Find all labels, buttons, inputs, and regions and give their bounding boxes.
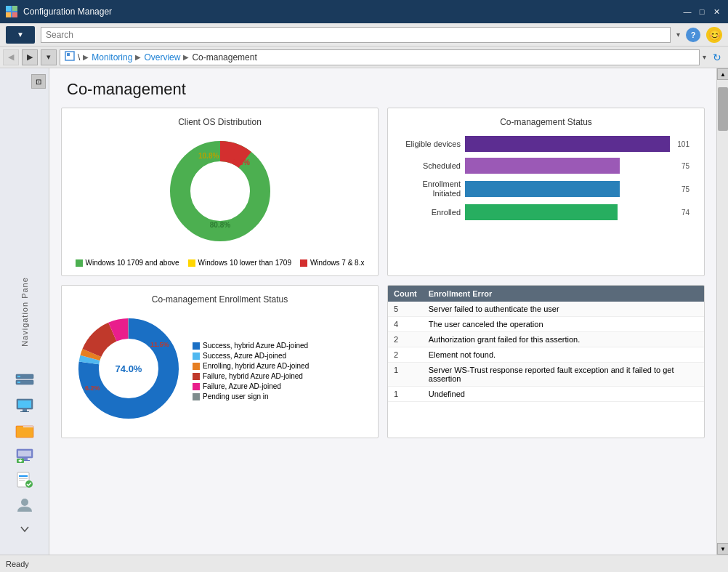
client-os-card: Client OS Distribution: [61, 108, 379, 276]
legend-label-success-azure: Success, Azure AD-joined: [203, 352, 286, 360]
breadcrumb-sep2: ▶: [135, 53, 141, 61]
svg-rect-2: [6, 12, 11, 17]
bar-label-enrolled: Enrolled: [403, 208, 461, 217]
svg-rect-12: [23, 409, 27, 411]
user-face-icon[interactable]: 😊: [706, 27, 722, 43]
col-error: Enrollment Error: [423, 286, 704, 302]
bar-value-scheduled: 75: [682, 162, 689, 170]
svg-rect-25: [19, 480, 25, 481]
legend-color-pink: [193, 383, 200, 390]
os-legend: Windows 10 1709 and above Windows 10 low…: [76, 259, 365, 267]
svg-text:80.8%: 80.8%: [209, 221, 230, 229]
scroll-track[interactable]: [717, 80, 728, 543]
breadcrumb-monitoring[interactable]: Monitoring: [92, 52, 132, 63]
nav-icon-monitor[interactable]: [12, 395, 38, 416]
legend-label-win10-below: Windows 10 lower than 1709: [198, 259, 291, 267]
menu-button[interactable]: ▼: [6, 26, 35, 44]
errors-table-header: Count Enrollment Error: [388, 286, 704, 302]
scroll-thumb[interactable]: [718, 87, 728, 131]
table-row: 2 Element not found.: [388, 347, 704, 363]
scroll-down-button[interactable]: ▼: [717, 543, 728, 555]
bar-row-eligible: Eligible devices 101: [403, 136, 689, 152]
error-description: Undefined: [423, 387, 704, 402]
breadcrumb-overview[interactable]: Overview: [144, 52, 180, 63]
nav-collapse-button[interactable]: ⊡: [31, 74, 46, 89]
svg-rect-1: [12, 6, 17, 11]
bar-fill-scheduled: [465, 158, 620, 174]
close-button[interactable]: ✕: [711, 7, 722, 16]
legend-color-lightblue: [193, 353, 200, 360]
bar-track-enrollment: [465, 181, 674, 197]
error-table-body: 5 Server failed to authenticate the user…: [388, 302, 704, 402]
table-row: 4 The user canceled the operation: [388, 317, 704, 332]
nav-icon-computer[interactable]: [12, 444, 38, 466]
bottom-cards: Co-management Enrollment Status: [49, 285, 716, 447]
scrollbar[interactable]: ▲ ▼: [716, 68, 728, 555]
svg-text:8.3%: 8.3%: [233, 158, 250, 166]
error-count: 2: [388, 332, 423, 347]
nav-dropdown-arrow[interactable]: [12, 518, 38, 540]
legend-color-blue: [193, 342, 200, 350]
breadcrumb-sep1: ▶: [83, 53, 89, 61]
bar-label-scheduled: Scheduled: [403, 161, 461, 170]
legend-label-failure-hybrid: Failure, hybrid Azure AD-joined: [203, 372, 303, 380]
bar-row-enrollment: EnrollmentInitiated 75: [403, 180, 689, 198]
svg-point-27: [21, 499, 28, 506]
refresh-button[interactable]: ↻: [709, 49, 725, 65]
nav-icon-tasks[interactable]: [12, 469, 38, 491]
legend-label-enrolling-hybrid: Enrolling, hybrid Azure AD-joined: [203, 362, 309, 370]
breadcrumb-dropdown[interactable]: ▾: [703, 53, 706, 61]
status-bar: Ready: [0, 555, 728, 572]
bar-row-scheduled: Scheduled 75: [403, 158, 689, 174]
legend-label-pending: Pending user sign in: [203, 392, 269, 400]
bar-label-enrollment: EnrollmentInitiated: [403, 180, 461, 198]
legend-pending: Pending user sign in: [193, 392, 309, 400]
back-button[interactable]: ◀: [3, 49, 19, 65]
error-description: Element not found.: [423, 347, 704, 363]
table-row: 5 Server failed to authenticate the user: [388, 302, 704, 317]
title-bar: Configuration Manager — □ ✕: [0, 0, 728, 23]
breadcrumb-comanagement: Co-management: [192, 52, 256, 63]
col-count: Count: [388, 286, 423, 302]
maximize-button[interactable]: □: [696, 7, 708, 16]
bar-track-eligible: [465, 136, 670, 152]
error-description: Server failed to authenticate the user: [423, 302, 704, 317]
legend-color-orange: [193, 363, 200, 370]
bar-row-enrolled: Enrolled 74: [403, 204, 689, 220]
os-donut-chart: 8.3% 10.8% 80.8%: [155, 133, 286, 251]
bar-fill-enrolled: [465, 204, 618, 220]
enrollment-errors-table: Count Enrollment Error 5 Server failed t…: [388, 286, 704, 402]
svg-rect-0: [6, 6, 11, 11]
forward-button[interactable]: ▶: [22, 49, 38, 65]
svg-rect-3: [12, 12, 17, 17]
svg-rect-24: [19, 478, 28, 479]
svg-rect-14: [16, 427, 33, 438]
nav-dropdown-button[interactable]: ▾: [41, 49, 57, 65]
legend-failure-hybrid: Failure, hybrid Azure AD-joined: [193, 372, 309, 380]
page-title: Co-management: [49, 68, 716, 108]
nav-icon-servers[interactable]: [12, 370, 38, 392]
svg-rect-7: [17, 376, 20, 377]
legend-label-failure-azure: Failure, Azure AD-joined: [203, 382, 281, 390]
svg-text:74.0%: 74.0%: [116, 363, 142, 374]
svg-rect-18: [18, 451, 31, 456]
legend-label-win7: Windows 7 & 8.x: [310, 259, 364, 267]
main-area: ⊡ Navigation Pane: [0, 68, 728, 555]
error-description: The user canceled the operation: [423, 317, 704, 332]
client-os-title: Client OS Distribution: [70, 117, 369, 127]
top-cards: Client OS Distribution: [49, 108, 716, 276]
window-controls: — □ ✕: [682, 7, 722, 16]
content-with-scrollbar: Co-management Client OS Distribution: [49, 68, 728, 555]
legend-color-yellow: [188, 259, 195, 267]
nav-icon-user[interactable]: [12, 494, 38, 515]
help-icon[interactable]: ?: [686, 28, 700, 42]
nav-icon-folders[interactable]: [12, 419, 38, 441]
svg-rect-5: [67, 53, 70, 56]
legend-color-green: [76, 259, 83, 267]
legend-color-darkred: [193, 373, 200, 380]
search-input[interactable]: [41, 27, 671, 43]
legend-color-red: [300, 259, 307, 267]
minimize-button[interactable]: —: [682, 7, 693, 16]
status-text: Ready: [6, 560, 29, 568]
scroll-up-button[interactable]: ▲: [717, 68, 728, 80]
